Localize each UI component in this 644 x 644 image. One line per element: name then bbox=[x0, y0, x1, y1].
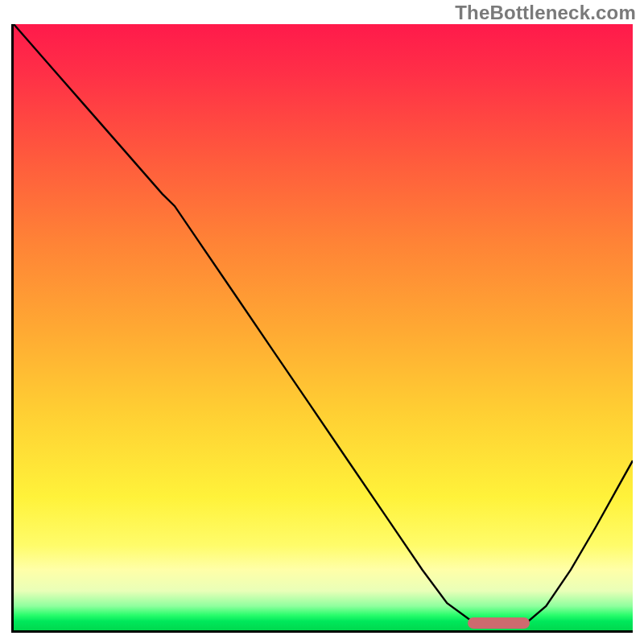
chart-container: TheBottleneck.com bbox=[0, 0, 644, 644]
optimal-range-marker bbox=[468, 617, 530, 629]
bottleneck-curve-path bbox=[14, 24, 633, 627]
curve-svg bbox=[14, 24, 633, 630]
watermark-text: TheBottleneck.com bbox=[455, 2, 636, 24]
plot-area bbox=[11, 24, 633, 633]
